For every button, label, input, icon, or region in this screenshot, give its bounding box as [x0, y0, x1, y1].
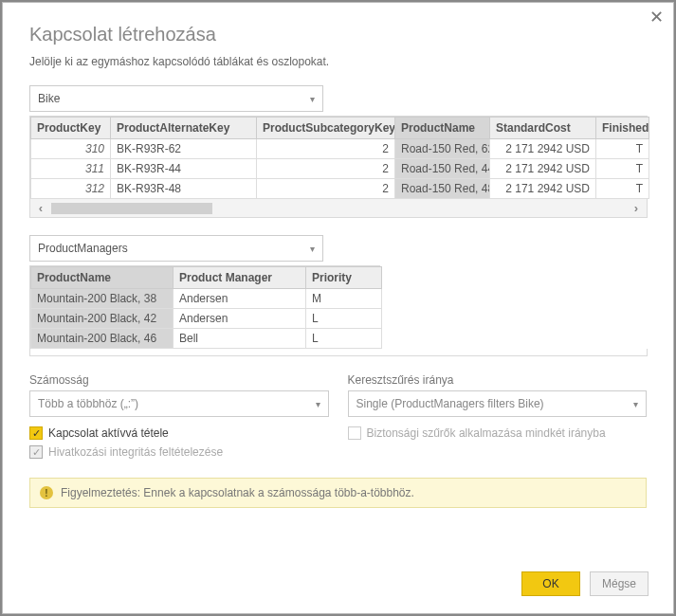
table1-selector[interactable]: Bike ▾ — [29, 85, 323, 112]
active-relationship-label: Kapcsolat aktívvá tétele — [48, 426, 169, 440]
active-relationship-checkbox[interactable]: ✓ Kapcsolat aktívvá tétele — [29, 426, 329, 440]
col-productmanager[interactable]: Product Manager — [174, 267, 306, 289]
table1-hscrollbar[interactable]: ‹ › — [29, 199, 648, 218]
scroll-track[interactable] — [51, 203, 626, 214]
warning-text: Figyelmeztetés: Ennek a kapcsolatnak a s… — [61, 486, 414, 499]
security-filter-checkbox: ✓ Biztonsági szűrők alkalmazása mindkét … — [348, 426, 648, 440]
table2-selector-value: ProductManagers — [38, 242, 128, 255]
table2-header-row: ProductName Product Manager Priority — [31, 267, 382, 289]
checkbox-icon: ✓ — [29, 445, 43, 459]
scroll-right-icon[interactable]: › — [626, 201, 647, 215]
cardinality-label: Számosság — [29, 373, 329, 387]
col-priority[interactable]: Priority — [306, 267, 382, 289]
table1-header-row: ProductKey ProductAlternateKey ProductSu… — [31, 118, 649, 139]
table-row: 311 BK-R93R-44 2 Road-150 Red, 44 2 171 … — [31, 159, 649, 179]
col-standardcost[interactable]: StandardCost — [490, 118, 596, 139]
checkbox-icon: ✓ — [29, 426, 43, 440]
cardinality-value: Több a többhöz („:”) — [38, 397, 138, 410]
cardinality-select[interactable]: Több a többhöz („:”) ▾ — [29, 390, 329, 417]
checkbox-icon: ✓ — [348, 426, 361, 440]
referential-integrity-checkbox: ✓ Hivatkozási integritás feltételezése — [29, 445, 329, 459]
chevron-down-icon: ▾ — [310, 244, 315, 254]
table2-bottom-border — [29, 349, 648, 356]
col-productkey[interactable]: ProductKey — [31, 118, 111, 139]
table2-preview: ProductName Product Manager Priority Mou… — [29, 265, 380, 349]
cancel-button[interactable]: Mégse — [590, 571, 649, 596]
security-filter-label: Biztonsági szűrők alkalmazása mindkét ir… — [367, 426, 606, 440]
scroll-thumb[interactable] — [51, 203, 212, 214]
chevron-down-icon: ▾ — [633, 399, 638, 409]
col-productsubcategorykey[interactable]: ProductSubcategoryKey — [257, 118, 395, 139]
dialog-subtitle: Jelölje ki az egymáshoz kapcsolódó táblá… — [29, 55, 647, 68]
scroll-left-icon[interactable]: ‹ — [30, 201, 51, 215]
close-icon[interactable]: ✕ — [649, 9, 664, 26]
table-row: Mountain-200 Black, 42 Andersen L — [31, 309, 382, 329]
table1-selector-value: Bike — [38, 92, 60, 105]
col-productalternatekey[interactable]: ProductAlternateKey — [111, 118, 257, 139]
create-relationship-dialog: ✕ Kapcsolat létrehozása Jelölje ki az eg… — [2, 2, 674, 614]
crossfilter-label: Keresztszűrés iránya — [348, 373, 648, 387]
chevron-down-icon: ▾ — [316, 399, 320, 409]
ok-button[interactable]: OK — [521, 571, 580, 596]
table1-preview: ProductKey ProductAlternateKey ProductSu… — [29, 116, 648, 199]
table-row: 310 BK-R93R-62 2 Road-150 Red, 62 2 171 … — [31, 139, 649, 159]
referential-integrity-label: Hivatkozási integritás feltételezése — [48, 445, 223, 459]
col-productname2[interactable]: ProductName — [31, 267, 174, 289]
table-row: Mountain-200 Black, 46 Bell L — [31, 329, 382, 349]
dialog-footer: OK Mégse — [521, 571, 649, 596]
dialog-title: Kapcsolat létrehozása — [29, 24, 647, 45]
warning-bar: ! Figyelmeztetés: Ennek a kapcsolatnak a… — [29, 478, 647, 508]
crossfilter-value: Single (ProductManagers filters Bike) — [356, 397, 544, 410]
col-finishedgoodsflag[interactable]: FinishedGoodsFlag — [596, 118, 649, 139]
table2-selector[interactable]: ProductManagers ▾ — [29, 235, 323, 262]
warning-icon: ! — [40, 486, 53, 499]
col-productname[interactable]: ProductName — [395, 118, 490, 139]
crossfilter-select[interactable]: Single (ProductManagers filters Bike) ▾ — [348, 390, 648, 417]
table-row: 312 BK-R93R-48 2 Road-150 Red, 48 2 171 … — [31, 179, 649, 199]
table-row: Mountain-200 Black, 38 Andersen M — [31, 289, 382, 309]
chevron-down-icon: ▾ — [310, 94, 315, 104]
